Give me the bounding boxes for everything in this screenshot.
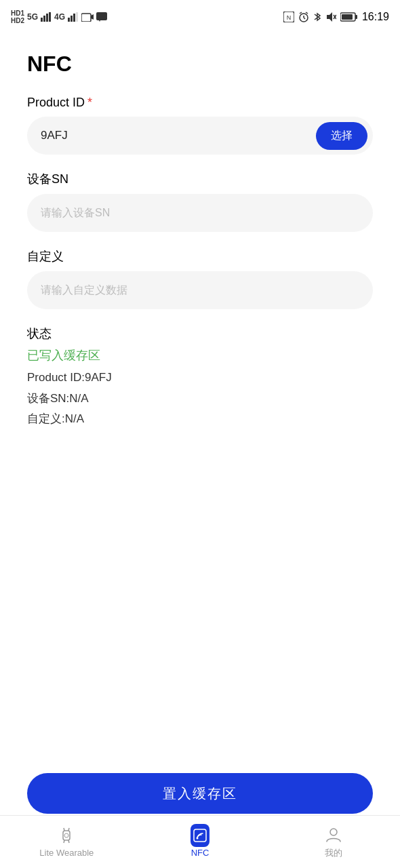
svg-rect-0 [41, 18, 43, 22]
svg-point-32 [196, 837, 198, 840]
svg-line-18 [306, 12, 308, 14]
status-time: 16:19 [362, 11, 389, 23]
status-bar: HD1HD2 5G 4G N 16:19 [0, 0, 400, 34]
select-button[interactable]: 选择 [316, 122, 367, 150]
svg-rect-2 [46, 14, 48, 22]
signal-bars2-icon [68, 12, 79, 22]
signal-bars-icon [41, 12, 52, 22]
product-id-input[interactable] [41, 129, 316, 142]
svg-rect-3 [49, 12, 51, 22]
svg-marker-11 [99, 20, 100, 22]
svg-rect-6 [73, 14, 75, 22]
svg-line-26 [64, 828, 64, 831]
bluetooth-icon [313, 12, 321, 22]
nav-item-nfc[interactable]: NFC [173, 826, 227, 858]
camera-icon [81, 12, 94, 22]
svg-line-17 [300, 12, 302, 14]
status-section: 状态 已写入缓存区 Product ID:9AFJ 设备SN:N/A 自定义:N… [27, 326, 373, 430]
page-title: NFC [27, 52, 373, 77]
watch-icon [57, 826, 76, 845]
svg-line-29 [68, 840, 69, 843]
5g-icon: 5G [27, 12, 38, 22]
mute-icon [325, 12, 336, 22]
alarm-icon [298, 12, 309, 22]
message-icon [96, 12, 107, 22]
person-icon [324, 825, 343, 844]
svg-point-30 [64, 833, 68, 837]
nfc-status-icon: N [283, 12, 294, 22]
cache-button[interactable]: 置入缓存区 [27, 773, 373, 814]
status-bar-left-icons: HD1HD2 5G 4G [11, 9, 107, 24]
custom-input[interactable] [27, 271, 373, 309]
nav-label-nfc: NFC [191, 848, 209, 858]
product-id-section: Product ID * 选择 [27, 96, 373, 155]
product-id-detail: Product ID:9AFJ [27, 368, 373, 389]
status-title: 状态 [27, 326, 373, 342]
svg-rect-23 [355, 15, 357, 19]
svg-rect-7 [76, 12, 78, 22]
status-details: Product ID:9AFJ 设备SN:N/A 自定义:N/A [27, 368, 373, 430]
status-written: 已写入缓存区 [27, 347, 373, 363]
device-sn-label: 设备SN [27, 171, 373, 187]
battery-icon [340, 12, 358, 22]
svg-rect-5 [71, 16, 73, 22]
nav-label-mine: 我的 [325, 847, 342, 859]
4g-icon: 4G [54, 12, 65, 22]
nav-label-lite-wearable: Lite Wearable [39, 848, 94, 858]
bottom-nav: Lite Wearable NFC 我的 [0, 815, 400, 868]
svg-rect-10 [96, 12, 107, 20]
svg-text:N: N [287, 14, 292, 21]
svg-line-27 [68, 828, 69, 831]
hd-icon: HD1HD2 [11, 9, 24, 24]
product-id-input-row: 选择 [27, 117, 373, 155]
svg-line-16 [304, 18, 305, 19]
nfc-nav-icon [191, 826, 209, 845]
required-star: * [87, 96, 92, 110]
custom-label: 自定义 [27, 248, 373, 264]
custom-section: 自定义 [27, 248, 373, 309]
device-sn-input[interactable] [27, 194, 373, 232]
custom-detail: 自定义:N/A [27, 409, 373, 430]
device-sn-section: 设备SN [27, 171, 373, 232]
svg-marker-19 [327, 12, 332, 22]
svg-point-33 [330, 829, 337, 835]
svg-rect-24 [342, 14, 353, 20]
nav-item-mine[interactable]: 我的 [306, 825, 361, 859]
bottom-button-wrap: 置入缓存区 [0, 773, 400, 814]
svg-rect-4 [68, 18, 70, 22]
nav-item-lite-wearable[interactable]: Lite Wearable [39, 826, 94, 858]
svg-rect-8 [81, 14, 91, 22]
device-sn-detail: 设备SN:N/A [27, 389, 373, 410]
product-id-label: Product ID * [27, 96, 373, 110]
svg-rect-1 [43, 16, 45, 22]
svg-line-28 [64, 840, 64, 843]
main-content: NFC Product ID * 选择 设备SN 自定义 状态 已写入缓存区 P… [0, 34, 400, 538]
